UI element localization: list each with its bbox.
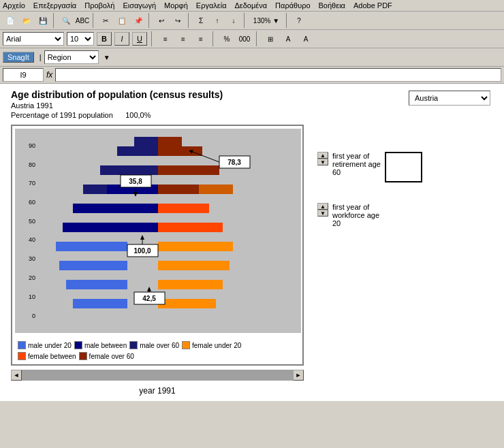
menu-view[interactable]: Προβολή [84, 1, 114, 10]
country-selector: Austria [409, 91, 490, 106]
percentage-value: 100,0% [125, 111, 151, 119]
main-content: Austria Age distribution of population (… [0, 84, 504, 401]
retirement-label: first year of retirement age 60 [332, 152, 381, 176]
align-right-btn[interactable]: ≡ [193, 31, 208, 46]
align-left-btn[interactable]: ≡ [158, 31, 173, 46]
legend-label-male-o60: male over 60 [140, 342, 179, 349]
menu-tools[interactable]: Εργαλεία [196, 1, 227, 10]
legend-female-between: female between [18, 352, 76, 360]
thousands-btn[interactable]: 000 [237, 31, 252, 46]
sort-desc-btn[interactable]: ↓ [226, 13, 241, 28]
menu-pdf[interactable]: Adobe PDF [353, 1, 392, 10]
menu-insert[interactable]: Εισαγωγή [123, 1, 156, 10]
svg-rect-29 [59, 261, 127, 270]
sort-asc-btn[interactable]: ↑ [210, 13, 225, 28]
cut-btn[interactable]: ✂ [98, 13, 113, 28]
legend-color-male-between [74, 341, 82, 349]
svg-rect-31 [66, 280, 127, 289]
new-btn[interactable]: 📄 [3, 13, 18, 28]
svg-text:60: 60 [29, 199, 35, 206]
font-color-btn[interactable]: A [298, 31, 313, 46]
retirement-spin-down[interactable]: ▼ [317, 159, 328, 165]
svg-rect-15 [158, 146, 202, 156]
legend-female-under20: female under 20 [182, 341, 241, 349]
font-toolbar: Arial 10 B I U ≡ ≡ ≡ % 000 ⊞ A A [0, 30, 504, 48]
main-toolbar: 📄 📂 💾 🔍 ABC ✂ 📋 📌 ↩ ↪ Σ ↑ ↓ 130% ▼ ? [0, 12, 504, 30]
region-dropdown-btn[interactable]: ▼ [101, 50, 112, 65]
legend: male under 20 male between male over 60 … [15, 337, 300, 362]
formula-icon: fx [46, 70, 52, 80]
svg-rect-17 [158, 165, 219, 175]
paste-btn[interactable]: 📌 [131, 13, 146, 28]
align-center-btn[interactable]: ≡ [176, 31, 191, 46]
svg-text:35,8: 35,8 [129, 178, 142, 185]
svg-rect-35 [121, 204, 158, 213]
font-size-select[interactable]: 10 [67, 32, 94, 46]
redo-btn[interactable]: ↪ [170, 13, 185, 28]
right-panel: ▲ ▼ first year of retirement age 60 ▲ ▼ … [311, 125, 422, 366]
svg-rect-16 [100, 165, 158, 175]
help-btn[interactable]: ? [292, 13, 306, 28]
region-select[interactable]: Region [44, 50, 99, 64]
retirement-spin-up[interactable]: ▲ [317, 152, 328, 159]
legend-label-female-u20: female under 20 [192, 342, 241, 349]
svg-rect-30 [158, 261, 230, 270]
scroll-left-btn[interactable]: ◄ [11, 370, 22, 381]
svg-rect-34 [158, 299, 216, 308]
svg-rect-19 [83, 185, 107, 194]
font-family-select[interactable]: Arial [3, 32, 64, 46]
svg-rect-12 [134, 137, 158, 146]
workforce-spin-up[interactable]: ▲ [317, 203, 328, 210]
legend-male-over60: male over 60 [129, 341, 179, 349]
svg-text:100,0: 100,0 [133, 247, 151, 255]
menu-file[interactable]: Αρχείο [3, 1, 25, 10]
formula-input[interactable] [55, 68, 501, 82]
borders-btn[interactable]: ⊞ [263, 31, 278, 46]
zoom-btn[interactable]: 130% ▼ [249, 13, 283, 28]
menu-format[interactable]: Μορφή [164, 1, 188, 10]
menu-window[interactable]: Παράθυρο [275, 1, 310, 10]
svg-rect-27 [56, 242, 127, 251]
print-preview-btn[interactable]: 🔍 [59, 13, 74, 28]
name-box[interactable]: I9 [3, 68, 44, 82]
spell-btn[interactable]: ABC [75, 13, 90, 28]
copy-btn[interactable]: 📋 [114, 13, 129, 28]
svg-rect-25 [63, 223, 124, 232]
scroll-right-btn[interactable]: ► [293, 370, 304, 381]
snagit-button[interactable]: SnagIt [3, 52, 34, 63]
fill-color-btn[interactable]: A [281, 31, 296, 46]
underline-button[interactable]: U [132, 32, 147, 46]
population-pyramid: 90 80 70 60 50 40 30 20 10 0 [15, 129, 301, 333]
scroll-track[interactable] [22, 370, 293, 381]
percent-btn[interactable]: % [219, 31, 234, 46]
svg-text:10: 10 [29, 293, 35, 300]
legend-label-female-between: female between [28, 353, 76, 360]
region-label: | [40, 53, 42, 61]
legend-color-male-o60 [129, 341, 138, 349]
legend-color-female-o60 [79, 352, 87, 360]
save-btn[interactable]: 💾 [35, 13, 50, 28]
scrollbar: ◄ ► [11, 370, 304, 381]
legend-male-under20: male under 20 [18, 341, 72, 349]
svg-rect-14 [117, 146, 158, 156]
menu-help[interactable]: Βοήθεια [319, 1, 345, 10]
country-dropdown[interactable]: Austria [409, 91, 490, 106]
menu-edit[interactable]: Επεξεργασία [33, 1, 76, 10]
workforce-spinbox: ▲ ▼ [317, 203, 328, 217]
legend-label-male-u20: male under 20 [28, 342, 72, 349]
workforce-spin-down[interactable]: ▼ [317, 210, 328, 217]
open-btn[interactable]: 📂 [19, 13, 34, 28]
legend-color-male-u20 [18, 341, 26, 349]
legend-male-between: male between [74, 341, 127, 349]
workforce-control: ▲ ▼ first year of workforce age 20 [317, 203, 422, 227]
snagit-toolbar: SnagIt | Region ▼ [0, 48, 504, 67]
svg-rect-32 [158, 280, 223, 289]
menu-data[interactable]: Δεδομένα [235, 1, 268, 10]
workforce-label: first year of workforce age 20 [332, 203, 379, 227]
svg-text:78,3: 78,3 [227, 159, 241, 166]
bold-button[interactable]: B [97, 32, 112, 46]
undo-btn[interactable]: ↩ [154, 13, 169, 28]
sum-btn[interactable]: Σ [193, 13, 208, 28]
svg-text:70: 70 [29, 180, 35, 187]
italic-button[interactable]: I [114, 32, 129, 46]
